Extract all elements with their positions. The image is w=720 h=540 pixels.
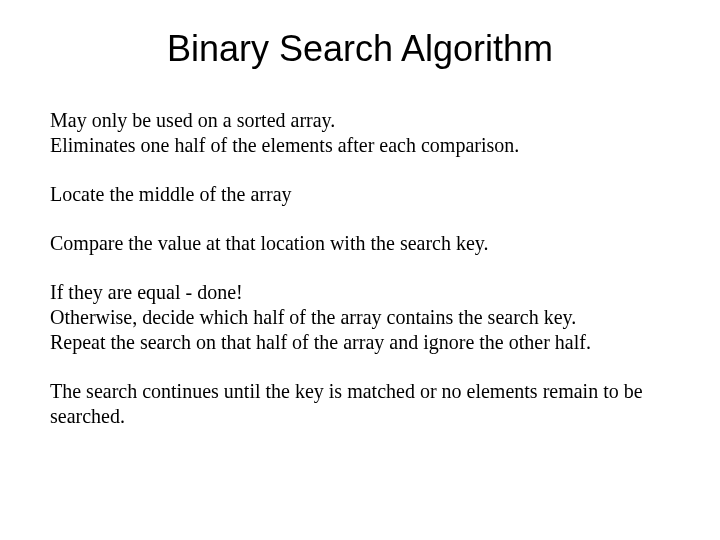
text-line: Repeat the search on that half of the ar…	[50, 330, 670, 355]
paragraph-3: Compare the value at that location with …	[50, 231, 670, 256]
text-line: Compare the value at that location with …	[50, 231, 670, 256]
paragraph-5: The search continues until the key is ma…	[50, 379, 670, 429]
text-line: Locate the middle of the array	[50, 182, 670, 207]
paragraph-1: May only be used on a sorted array. Elim…	[50, 108, 670, 158]
text-line: May only be used on a sorted array.	[50, 108, 670, 133]
text-line: Otherwise, decide which half of the arra…	[50, 305, 670, 330]
slide-title: Binary Search Algorithm	[50, 28, 670, 70]
paragraph-4: If they are equal - done! Otherwise, dec…	[50, 280, 670, 355]
slide-body: May only be used on a sorted array. Elim…	[50, 108, 670, 429]
paragraph-2: Locate the middle of the array	[50, 182, 670, 207]
text-line: If they are equal - done!	[50, 280, 670, 305]
text-line: Eliminates one half of the elements afte…	[50, 133, 670, 158]
text-line: The search continues until the key is ma…	[50, 379, 670, 429]
